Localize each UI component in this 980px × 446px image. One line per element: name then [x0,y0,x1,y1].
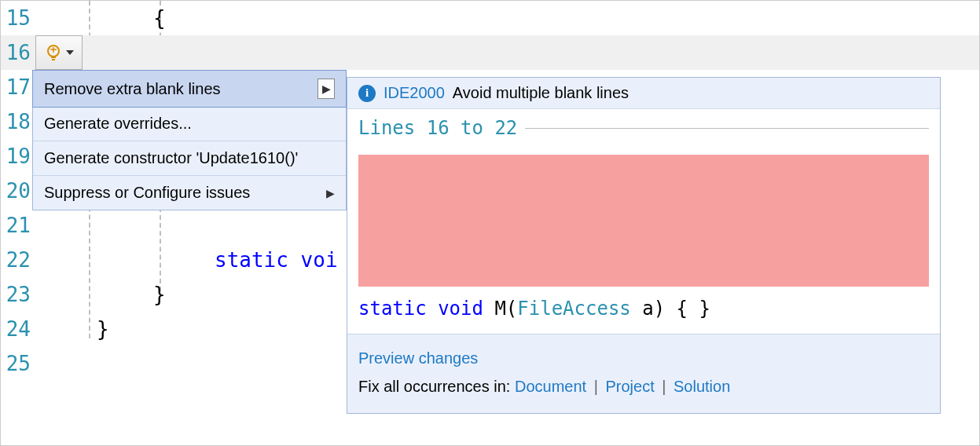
line-number: 16 [1,35,35,70]
removed-lines-block [358,155,929,287]
line-number: 24 [1,312,35,346]
line-number: 20 [1,174,35,208]
action-label: Remove extra blank lines [44,80,221,98]
fix-document-link[interactable]: Document [515,378,586,395]
lightbulb-icon [44,43,63,62]
divider [525,128,929,129]
chevron-right-icon: ▶ [322,82,331,95]
brace-close: } [83,317,109,341]
fix-solution-link[interactable]: Solution [674,378,730,395]
preview-range-label: Lines 16 to 22 [358,117,929,139]
code-keyword: static [358,298,427,320]
brace-close: } [83,283,166,306]
submenu-indicator: ▶ [317,79,335,99]
code-type: FileAccess [517,298,631,320]
action-label: Generate overrides... [44,115,192,133]
code-keyword: void [438,298,483,320]
chevron-down-icon [66,50,74,55]
action-label: Generate constructor 'Update1610()' [44,149,298,167]
quick-actions-menu: Remove extra blank lines ▶ Generate over… [32,70,347,210]
line-number: 25 [1,346,35,381]
fix-all-label: Fix all occurrences in: [358,378,515,395]
code-keyword: static voi [83,248,338,272]
line-number: 19 [1,139,35,174]
code-line: { [35,1,979,35]
preview-body: Lines 16 to 22 static void M(FileAccess … [347,109,940,334]
brace-open: { [83,6,166,30]
action-generate-constructor[interactable]: Generate constructor 'Update1610()' [33,141,346,176]
line-number: 15 [1,1,35,35]
code-text: a) { } [631,298,710,320]
code-text: M( [483,298,517,320]
quick-actions-button[interactable] [35,35,83,70]
code-line-current [35,35,979,70]
line-number: 18 [1,104,35,139]
separator: | [658,378,670,395]
diagnostic-id: IDE2000 [384,84,445,102]
diagnostic-message: Avoid multiple blank lines [453,84,629,102]
info-icon: i [358,85,376,102]
separator: | [589,378,602,395]
code-preview-line: static void M(FileAccess a) { } [358,298,929,320]
action-suppress-configure[interactable]: Suppress or Configure issues ▶ [33,176,346,210]
preview-changes-link[interactable]: Preview changes [358,349,478,367]
action-label: Suppress or Configure issues [44,184,250,202]
preview-footer: Preview changes Fix all occurrences in: … [347,334,940,413]
action-generate-overrides[interactable]: Generate overrides... [33,107,346,141]
preview-header: i IDE2000 Avoid multiple blank lines [347,78,940,109]
line-number: 21 [1,208,35,243]
line-number: 22 [1,243,35,277]
chevron-right-icon: ▶ [326,187,335,199]
fix-project-link[interactable]: Project [605,378,654,395]
line-number: 17 [1,70,35,104]
line-number: 23 [1,277,35,312]
line-number-gutter: 15 16 17 18 19 20 21 22 23 24 25 [1,1,35,445]
action-remove-blank-lines[interactable]: Remove extra blank lines ▶ [32,70,347,108]
range-text: Lines 16 to 22 [358,117,517,139]
code-fix-preview-panel: i IDE2000 Avoid multiple blank lines Lin… [347,77,941,414]
